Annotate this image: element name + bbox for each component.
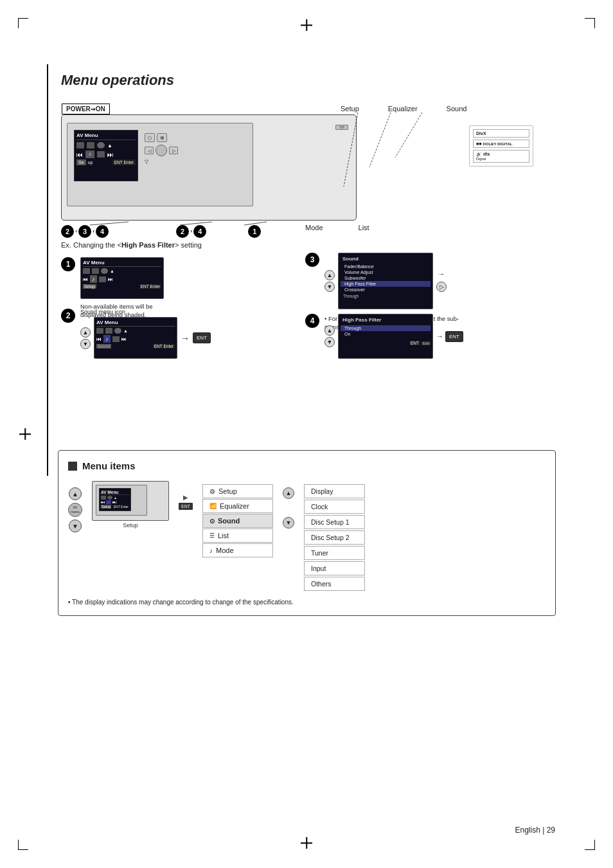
mi-sub-input: Input [304,561,365,575]
main-device-illustration: AV Menu ▲ ⏮ ♪ ⏭ Se up ENT Enter [61,114,357,221]
step2-screen: AV Menu ▲ ⏮ ♪ ⏭ Sound ENT Enter [94,317,177,359]
crosshair-mid-left [19,428,31,440]
sound-label: Sound [447,105,467,113]
step2-ent-button[interactable]: ENT [193,332,211,343]
crosshair-top-center [301,19,312,31]
mode-label: Mode [305,224,323,231]
step3-number: 3 [305,253,319,267]
svg-line-2 [395,113,422,158]
step3-sound-screen: Sound Fader/Balance Volume Adjust Subwoo… [338,253,433,309]
step4-ent-button[interactable]: ENT [445,331,463,342]
power-on-box: POWER⇒ON [62,104,110,114]
step4-hpf-screen: High Pass Filter Through On ENT Exit [338,314,433,359]
mode-list-labels: Mode List [305,224,369,231]
equalizer-label: Equalizer [388,105,418,113]
ex-text: Ex. Changing the <High Pass Filter> sett… [61,241,202,249]
step4-number: 4 [305,314,319,328]
step4-up-nav[interactable]: ▲ [324,325,335,336]
mi-nav-up[interactable]: ▲ [69,487,82,500]
corner-mark-tr [585,18,595,28]
mi-nav-down[interactable]: ▼ [69,520,82,532]
corner-mark-br [585,840,595,850]
mi-ent-btn[interactable]: ENT [179,503,193,510]
menu-items-title: Menu items [68,460,546,471]
mi-sub-disc2: Disc Setup 2 [304,530,365,545]
step1-screen: AV Menu ▲ ⏮ ♪ ⏭ Setup ENT Enter [80,257,164,299]
step2-icon-label: Sound menu icon [80,309,211,315]
dolby-badge: ■■ DOLBY DIGITAL [473,140,529,148]
corner-mark-tl [18,18,28,28]
mi-setup-label: Setup [123,522,138,529]
step2-section: 2 Sound menu icon ▲ ▼ AV Menu ▲ ⏮ [61,309,211,359]
left-border-line [47,64,48,476]
setup-label: Setup [341,105,359,113]
mi-item-setup: ⚙ Setup [202,484,273,498]
crosshair-bottom-center [301,837,312,849]
step3-right-nav[interactable]: ▷ [436,282,447,292]
menu-items-section: Menu items ▲ AVmenu ▼ AV Menu [58,450,556,616]
menu-icon-square [68,462,77,471]
mi-sub-others: Others [304,577,365,591]
mi-sub-nav-up[interactable]: ▲ [283,487,294,499]
step-numbers-row: 2 , 3 , 4 2 , 4 1 [61,225,261,238]
mi-sub-clock: Clock [304,500,365,514]
page-number: English | 29 [515,826,555,835]
mi-device-box: AV Menu ▲ ⏮ ⏭ Setup [92,481,169,521]
mi-footnote: • The display indications may change acc… [68,599,546,606]
mi-sub-disc1: Disc Setup 1 [304,515,365,529]
step4-down-nav[interactable]: ▼ [324,337,335,347]
menu-items-title-text: Menu items [82,460,136,471]
svg-line-1 [369,113,391,167]
dts-badge: 🔊 dts Digital [473,150,529,163]
step4-section: 4 ▲ ▼ High Pass Filter Through On ENT Ex… [305,314,463,359]
top-labels: Setup Equalizer Sound [341,105,466,113]
high-pass-filter-text: High Pass Filter [121,241,175,249]
mi-av-button[interactable]: AVmenu [68,503,82,517]
step3-up-nav[interactable]: ▲ [324,270,335,280]
page-title: Menu operations [61,72,174,89]
step2-left-nav[interactable]: ▲ ▼ [80,327,91,349]
mi-item-list: ☰ List [202,529,273,543]
mi-sub-display: Display [304,484,365,498]
divx-badge: DivX [473,129,529,138]
badges-panel: DivX ■■ DOLBY DIGITAL 🔊 dts Digital [469,125,533,167]
corner-mark-bl [18,840,28,850]
mi-item-sound: ⊙ Sound [202,514,273,528]
step1-number: 1 [61,257,75,271]
mi-item-mode: ♪ Mode [202,543,273,557]
mi-sub-tuner: Tuner [304,546,365,560]
step2-number: 2 [61,309,75,323]
list-label: List [359,224,369,231]
step3-down-nav[interactable]: ▼ [324,282,335,292]
mi-sub-nav-down[interactable]: ▼ [283,517,294,529]
mi-item-equalizer: 📶 Equalizer [202,499,273,513]
